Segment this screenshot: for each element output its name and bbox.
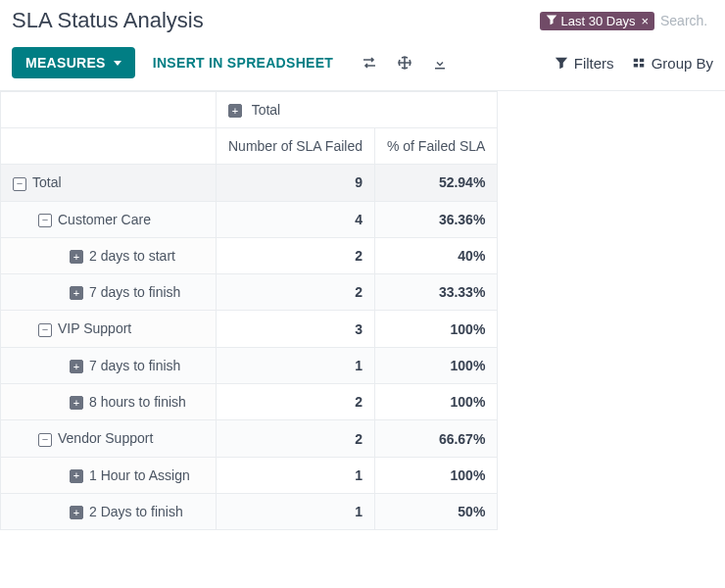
download-icon[interactable] bbox=[431, 54, 449, 72]
table-row: −Customer Care436.36% bbox=[1, 201, 498, 237]
pivot-row-header[interactable]: −Total bbox=[1, 165, 217, 201]
pivot-cell[interactable]: 2 bbox=[217, 420, 375, 457]
filter-chip[interactable]: Last 30 Days × bbox=[540, 12, 654, 30]
pivot-cell[interactable]: 2 bbox=[217, 384, 375, 420]
pivot-row-label: Vendor Support bbox=[58, 430, 153, 446]
measures-label: MEASURES bbox=[25, 55, 106, 71]
pivot-row-label: Total bbox=[32, 174, 62, 190]
table-row: +7 days to finish1100% bbox=[1, 347, 498, 383]
pivot-cell[interactable]: 100% bbox=[374, 311, 497, 347]
pivot-cell[interactable]: 40% bbox=[374, 237, 497, 273]
table-row: −Vendor Support266.67% bbox=[1, 420, 498, 457]
groupby-button[interactable]: Group By bbox=[632, 55, 713, 72]
pivot-row-header[interactable]: +8 hours to finish bbox=[1, 384, 217, 420]
pivot-cell[interactable]: 100% bbox=[374, 347, 497, 383]
pivot-row-header[interactable]: +2 days to start bbox=[1, 237, 217, 273]
pivot-row-label: Customer Care bbox=[58, 212, 151, 227]
pivot-row-label: 2 days to start bbox=[89, 248, 175, 264]
groupby-icon bbox=[632, 56, 646, 70]
pivot-cell[interactable]: 2 bbox=[217, 237, 375, 273]
table-row: +7 days to finish233.33% bbox=[1, 274, 498, 311]
pivot-cell[interactable]: 2 bbox=[217, 274, 375, 311]
pivot-row-header[interactable]: −Customer Care bbox=[1, 201, 217, 237]
pivot-row-header[interactable]: +1 Hour to Assign bbox=[1, 457, 217, 493]
filter-icon bbox=[546, 14, 557, 28]
pivot-row-label: 7 days to finish bbox=[89, 284, 180, 300]
pivot-cell[interactable]: 1 bbox=[217, 493, 375, 529]
expand-icon[interactable]: + bbox=[228, 104, 242, 118]
expand-icon[interactable]: + bbox=[70, 469, 83, 483]
filter-chip-remove[interactable]: × bbox=[641, 14, 649, 28]
pivot-row-label: 2 Days to finish bbox=[89, 504, 183, 519]
caret-down-icon bbox=[114, 61, 121, 66]
pivot-col-total-label: Total bbox=[252, 102, 281, 118]
pivot-corner bbox=[1, 128, 217, 165]
expand-all-icon[interactable] bbox=[396, 54, 413, 72]
pivot-row-header[interactable]: +2 Days to finish bbox=[1, 493, 217, 529]
pivot-row-label: 8 hours to finish bbox=[89, 394, 186, 410]
filter-chip-label: Last 30 Days bbox=[561, 14, 636, 28]
pivot-row-label: 1 Hour to Assign bbox=[89, 467, 190, 483]
pivot-table: + Total Number of SLA Failed % of Failed… bbox=[0, 91, 498, 530]
table-row: +1 Hour to Assign1100% bbox=[1, 457, 498, 493]
pivot-cell[interactable]: 1 bbox=[217, 457, 375, 493]
pivot-cell[interactable]: 36.36% bbox=[374, 201, 497, 237]
search-area: Last 30 Days × bbox=[540, 11, 713, 30]
pivot-row-header[interactable]: +7 days to finish bbox=[1, 274, 217, 311]
pivot-cell[interactable]: 33.33% bbox=[374, 274, 497, 311]
pivot-col-total[interactable]: + Total bbox=[217, 92, 498, 128]
collapse-icon[interactable]: − bbox=[38, 433, 52, 447]
pivot-cell[interactable]: 4 bbox=[217, 201, 375, 237]
filters-button[interactable]: Filters bbox=[555, 55, 614, 72]
groupby-label: Group By bbox=[652, 55, 713, 72]
pivot-row-header[interactable]: −VIP Support bbox=[1, 311, 217, 347]
pivot-corner bbox=[1, 92, 217, 128]
pivot-cell[interactable]: 9 bbox=[217, 165, 375, 201]
pivot-cell[interactable]: 1 bbox=[217, 347, 375, 383]
search-input[interactable] bbox=[654, 11, 713, 30]
table-row: +2 days to start240% bbox=[1, 237, 498, 273]
table-row: +8 hours to finish2100% bbox=[1, 384, 498, 420]
page-title: SLA Status Analysis bbox=[12, 8, 204, 33]
expand-icon[interactable]: + bbox=[70, 396, 83, 410]
filters-label: Filters bbox=[574, 55, 614, 72]
expand-icon[interactable]: + bbox=[70, 250, 83, 264]
table-row: +2 Days to finish150% bbox=[1, 493, 498, 529]
flip-axis-icon[interactable] bbox=[361, 54, 378, 72]
pivot-cell[interactable]: 50% bbox=[374, 493, 497, 529]
pivot-col-header[interactable]: Number of SLA Failed bbox=[217, 128, 375, 165]
pivot-row-header[interactable]: +7 days to finish bbox=[1, 347, 217, 383]
pivot-row-label: VIP Support bbox=[58, 320, 131, 336]
pivot-cell[interactable]: 100% bbox=[374, 384, 497, 420]
pivot-cell[interactable]: 100% bbox=[374, 457, 497, 493]
collapse-icon[interactable]: − bbox=[38, 323, 52, 337]
expand-icon[interactable]: + bbox=[70, 506, 83, 519]
insert-spreadsheet-button[interactable]: INSERT IN SPREADSHEET bbox=[149, 47, 337, 78]
pivot-row-label: 7 days to finish bbox=[89, 358, 180, 373]
filter-icon bbox=[555, 56, 568, 70]
table-row: −Total952.94% bbox=[1, 165, 498, 201]
collapse-icon[interactable]: − bbox=[38, 214, 52, 227]
pivot-cell[interactable]: 52.94% bbox=[374, 165, 497, 201]
expand-icon[interactable]: + bbox=[70, 286, 83, 300]
pivot-row-header[interactable]: −Vendor Support bbox=[1, 420, 217, 457]
pivot-cell[interactable]: 3 bbox=[217, 311, 375, 347]
pivot-col-header[interactable]: % of Failed SLA bbox=[374, 128, 497, 165]
measures-button[interactable]: MEASURES bbox=[12, 47, 135, 78]
collapse-icon[interactable]: − bbox=[13, 177, 26, 191]
table-row: −VIP Support3100% bbox=[1, 311, 498, 347]
expand-icon[interactable]: + bbox=[70, 360, 83, 373]
pivot-cell[interactable]: 66.67% bbox=[374, 420, 497, 457]
